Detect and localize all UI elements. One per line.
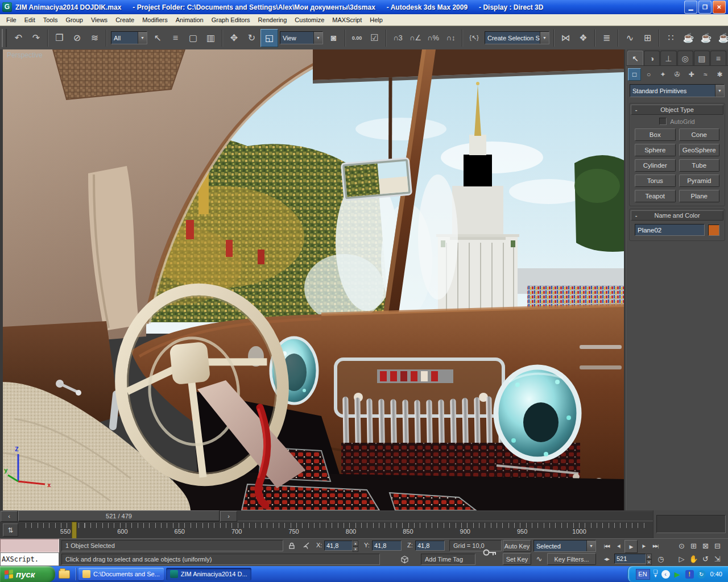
select-and-rotate-icon[interactable]: ↻	[243, 29, 260, 47]
hide-icons-chevron-icon[interactable]: ‹	[661, 570, 670, 579]
select-and-link-icon[interactable]: ❐	[51, 29, 68, 47]
x-spinner[interactable]: ▲▼	[353, 541, 358, 551]
viewport-label[interactable]: Perspective	[7, 51, 43, 59]
zoom-extents-button[interactable]: ⊠	[700, 540, 712, 552]
curve-editor-icon[interactable]: ∿	[621, 29, 639, 47]
spinner-up-icon[interactable]: ▲	[646, 554, 652, 559]
start-button[interactable]: пуск	[0, 566, 55, 582]
create-systems-icon[interactable]: ✱	[713, 68, 726, 81]
teapot-button[interactable]: Teapot	[635, 190, 676, 202]
spinner-snap-icon[interactable]: ∩↕	[442, 29, 460, 47]
language-indicator[interactable]: EN	[636, 569, 650, 580]
toolbar-drag-handle[interactable]	[2, 29, 7, 47]
select-and-move-icon[interactable]: ✥	[225, 29, 243, 47]
undo-icon[interactable]: ↶	[10, 29, 27, 47]
auto-key-button[interactable]: Auto Key	[503, 540, 531, 552]
minimize-button[interactable]: ▁	[684, 1, 697, 14]
current-frame-field[interactable]: 521	[614, 554, 646, 564]
isolate-cube-icon[interactable]	[398, 554, 411, 565]
unlink-selection-icon[interactable]: ⊘	[68, 29, 86, 47]
key-mode-dropdown[interactable]: Selected ▼	[533, 540, 596, 552]
fov-button[interactable]: ▷	[676, 553, 688, 565]
absolute-offset-cursor-icon[interactable]	[300, 540, 313, 551]
chevron-down-icon[interactable]: ▼	[715, 85, 724, 97]
go-to-start-button[interactable]: |◀◀	[601, 540, 613, 552]
close-button[interactable]: ✕	[713, 1, 726, 14]
create-lights-icon[interactable]: ✦	[656, 68, 669, 81]
edit-named-selections-icon[interactable]: {↖}	[465, 29, 483, 47]
layer-manager-icon[interactable]: ≣	[598, 29, 615, 47]
create-selection-set-dropdown[interactable]: Create Selection Set▼	[485, 31, 549, 44]
zoom-button[interactable]: ⊙	[676, 540, 688, 552]
select-and-scale-icon[interactable]: ◱	[260, 29, 278, 47]
cone-button[interactable]: Cone	[679, 128, 720, 141]
tab-modify-icon[interactable]: ◑	[644, 51, 660, 65]
menu-animation[interactable]: Animation	[172, 15, 208, 25]
track-bar[interactable]: ⇅ 5506006507007508008509009501000	[0, 522, 653, 539]
chevron-down-icon[interactable]: ▼	[586, 541, 595, 551]
object-name-field[interactable]: Plane02	[635, 224, 705, 236]
create-shapes-icon[interactable]: ○	[642, 68, 655, 81]
selection-lock-icon[interactable]	[286, 540, 298, 551]
previous-frame-arrow[interactable]: ‹	[1, 511, 18, 522]
tray-update-icon[interactable]: !	[685, 570, 694, 579]
align-icon[interactable]: ❖	[574, 29, 592, 47]
go-to-end-button[interactable]: ▶▶|	[650, 540, 661, 552]
menu-modifiers[interactable]: Modifiers	[138, 15, 172, 25]
arc-rotate-button[interactable]: ↺	[700, 553, 712, 565]
plane-button[interactable]: Plane	[679, 190, 720, 202]
torus-button[interactable]: Torus	[635, 174, 676, 187]
mirror-icon[interactable]: ⋈	[557, 29, 574, 47]
snap-offset-icon[interactable]: 0.00	[348, 29, 366, 47]
menu-rendering[interactable]: Rendering	[254, 15, 291, 25]
time-configuration-button[interactable]: ◷	[655, 553, 667, 565]
min-max-toggle-button[interactable]: ⇲	[712, 553, 723, 565]
menu-graph-editors[interactable]: Graph Editors	[208, 15, 254, 25]
time-slider-groove[interactable]	[238, 512, 653, 521]
geosphere-button[interactable]: GeoSphere	[679, 144, 720, 156]
menu-create[interactable]: Create	[111, 15, 138, 25]
rendered-frame-icon[interactable]: ☕	[697, 29, 715, 47]
menu-tools[interactable]: Tools	[39, 15, 62, 25]
chevron-down-icon[interactable]: ▼	[540, 32, 549, 44]
object-type-rollout-header[interactable]: - Object Type	[631, 105, 723, 115]
time-slider-handle[interactable]: 521 / 479	[18, 510, 220, 522]
previous-frame-button[interactable]: ◀|	[613, 540, 624, 552]
tab-display-icon[interactable]: ▤	[694, 51, 710, 65]
maxscript-listener-field[interactable]: AXScript.	[0, 552, 59, 566]
key-filters-button[interactable]: Key Filters...	[547, 553, 596, 565]
object-color-swatch[interactable]	[708, 225, 719, 236]
zoom-extents-all-button[interactable]: ⊟	[712, 540, 723, 552]
redo-icon[interactable]: ↷	[27, 29, 45, 47]
angle-snap-icon[interactable]: ∩∠	[407, 29, 424, 47]
chevron-down-icon[interactable]: ▼	[138, 32, 147, 44]
menu-file[interactable]: File	[2, 15, 20, 25]
name-color-rollout-header[interactable]: - Name and Color	[631, 210, 723, 221]
rectangular-selection-icon[interactable]: ▢	[184, 29, 202, 47]
macro-recorder-field[interactable]	[0, 539, 59, 552]
box-button[interactable]: Box	[635, 128, 676, 141]
tray-sync-icon[interactable]: ↻	[697, 570, 706, 579]
spinner-down-icon[interactable]: ▼	[353, 546, 358, 552]
menu-help[interactable]: Help	[366, 15, 387, 25]
zoom-all-button[interactable]: ⊞	[688, 540, 700, 552]
material-editor-icon[interactable]: ∷	[662, 29, 680, 47]
menu-customize[interactable]: Customize	[291, 15, 328, 25]
menu-group[interactable]: Group	[61, 15, 87, 25]
snaps-toggle-icon[interactable]: ∩3	[389, 29, 407, 47]
sphere-button[interactable]: Sphere	[635, 144, 676, 156]
create-cameras-icon[interactable]: ✇	[671, 68, 684, 81]
tube-button[interactable]: Tube	[679, 159, 720, 172]
mini-curve-editor-button[interactable]: ⇅	[3, 523, 18, 537]
play-button[interactable]: ▶	[624, 540, 638, 553]
quick-launch-folder-icon[interactable]	[59, 570, 70, 579]
default-tangent-button[interactable]: ∿	[533, 553, 545, 565]
language-bar-options-icon[interactable]: ❏▾	[653, 570, 658, 578]
set-keys-key-icon[interactable]	[481, 541, 499, 564]
y-coordinate-field[interactable]: 41,8	[372, 541, 402, 551]
window-crossing-icon[interactable]: ▥	[202, 29, 220, 47]
perspective-viewport[interactable]: Z x y Perspective	[0, 49, 626, 510]
add-time-tag[interactable]: Add Time Tag	[421, 554, 475, 565]
task-3dsmax[interactable]: ZIM Animaciya2014 D...	[166, 568, 251, 580]
reference-coordinate-dropdown[interactable]: View▼	[280, 31, 323, 44]
